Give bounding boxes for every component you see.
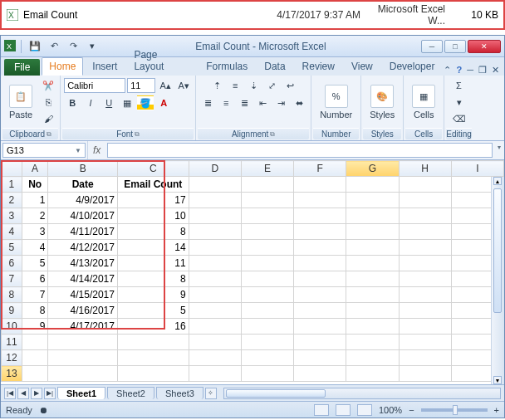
font-dialog-icon[interactable]: ⧉ [135, 130, 140, 139]
cell[interactable]: 4/11/2017 [48, 224, 118, 240]
cell[interactable] [294, 193, 346, 208]
cell[interactable] [189, 224, 241, 240]
vertical-scrollbar[interactable]: ▲ ▼ [491, 177, 504, 384]
cell[interactable] [346, 319, 399, 335]
cell[interactable]: 6 [22, 271, 48, 287]
orientation-icon[interactable]: ⤢ [263, 78, 280, 93]
increase-font-icon[interactable]: A▴ [157, 78, 174, 93]
prev-sheet-icon[interactable]: ◀ [17, 388, 29, 399]
cell[interactable] [346, 271, 399, 287]
cell[interactable] [346, 177, 399, 193]
cell[interactable] [399, 256, 451, 271]
italic-button[interactable]: I [82, 95, 99, 110]
row-header[interactable]: 2 [2, 193, 22, 208]
cell[interactable]: 4/10/2017 [48, 208, 118, 224]
cell[interactable] [294, 319, 346, 335]
next-sheet-icon[interactable]: ▶ [31, 388, 42, 399]
page-break-view-icon[interactable] [357, 404, 372, 416]
cell[interactable] [241, 287, 293, 303]
bold-button[interactable]: B [64, 95, 81, 110]
cell[interactable] [294, 208, 346, 224]
cell[interactable] [241, 256, 293, 271]
cell[interactable] [399, 240, 451, 256]
cell[interactable]: 7 [22, 287, 48, 303]
save-icon[interactable]: 💾 [27, 39, 43, 54]
undo-icon[interactable]: ↶ [46, 39, 62, 54]
col-header-G[interactable]: G [346, 161, 399, 177]
horizontal-scrollbar[interactable] [223, 388, 501, 399]
cell[interactable] [399, 287, 451, 303]
row-header[interactable]: 10 [2, 319, 22, 335]
first-sheet-icon[interactable]: |◀ [4, 388, 16, 399]
row-header[interactable]: 4 [2, 224, 22, 240]
cell[interactable]: 5 [22, 256, 48, 271]
font-size-input[interactable] [127, 78, 155, 93]
cell[interactable] [399, 319, 451, 335]
cell[interactable] [241, 208, 293, 224]
minimize-button[interactable]: ─ [421, 40, 443, 53]
workbook-close-icon[interactable]: ✕ [492, 65, 499, 76]
zoom-out-icon[interactable]: − [409, 405, 414, 415]
cell[interactable]: 4/14/2017 [48, 271, 118, 287]
cell[interactable] [189, 303, 241, 319]
cell[interactable] [346, 256, 399, 271]
workbook-minimize-icon[interactable]: ─ [467, 65, 473, 76]
cell[interactable]: 5 [117, 303, 189, 319]
cell[interactable] [399, 303, 451, 319]
tab-formulas[interactable]: Formulas [199, 57, 255, 76]
cell[interactable] [189, 271, 241, 287]
align-left-icon[interactable]: ≣ [199, 95, 216, 110]
cell[interactable]: 11 [117, 256, 189, 271]
tab-insert[interactable]: Insert [85, 57, 125, 76]
scroll-down-icon[interactable]: ▼ [493, 376, 502, 384]
row-header[interactable]: 12 [2, 350, 22, 366]
tab-page-layout[interactable]: Page Layout [126, 46, 197, 76]
cell[interactable]: 4/15/2017 [48, 287, 118, 303]
cell[interactable] [189, 240, 241, 256]
scroll-up-icon[interactable]: ▲ [493, 177, 502, 185]
close-button[interactable]: ✕ [468, 40, 501, 53]
col-header-H[interactable]: H [399, 161, 451, 177]
cell[interactable] [241, 177, 293, 193]
new-sheet-icon[interactable]: ✧ [205, 388, 217, 399]
col-header-C[interactable]: C [117, 161, 189, 177]
clear-icon[interactable]: ⌫ [451, 111, 468, 126]
cell[interactable]: 9 [117, 287, 189, 303]
cell[interactable] [399, 193, 451, 208]
cell[interactable]: 4/17/2017 [48, 319, 118, 335]
chevron-down-icon[interactable]: ▼ [75, 147, 81, 154]
fill-icon[interactable]: ▾ [451, 95, 468, 110]
row-header[interactable]: 3 [2, 208, 22, 224]
sheet-tab-3[interactable]: Sheet3 [156, 387, 203, 399]
cell[interactable]: Email Count [117, 177, 189, 193]
cell[interactable]: 8 [22, 303, 48, 319]
cell[interactable] [294, 256, 346, 271]
formula-input[interactable] [107, 143, 493, 158]
col-header-E[interactable]: E [241, 161, 293, 177]
cell[interactable] [399, 271, 451, 287]
zoom-level[interactable]: 100% [379, 405, 402, 415]
cell[interactable]: 8 [117, 271, 189, 287]
increase-indent-icon[interactable]: ⇥ [272, 95, 289, 110]
cells-button[interactable]: ▦Cells [407, 83, 440, 121]
tab-data[interactable]: Data [257, 57, 292, 76]
qat-customize-icon[interactable]: ▾ [84, 39, 101, 54]
cell[interactable] [294, 177, 346, 193]
autosum-icon[interactable]: Σ [451, 78, 468, 93]
border-button[interactable]: ▦ [119, 95, 135, 110]
row-header[interactable]: 9 [2, 303, 22, 319]
align-top-icon[interactable]: ⇡ [208, 78, 225, 93]
minimize-ribbon-icon[interactable]: ⌃ [444, 65, 451, 76]
zoom-in-icon[interactable]: + [494, 405, 499, 415]
cell[interactable]: 16 [117, 319, 189, 335]
maximize-button[interactable]: □ [444, 40, 466, 53]
align-bottom-icon[interactable]: ⇣ [245, 78, 262, 93]
font-name-input[interactable] [64, 78, 125, 93]
scrollbar-thumb[interactable] [226, 389, 326, 398]
cell[interactable] [294, 224, 346, 240]
fill-color-button[interactable]: 🪣 [137, 95, 154, 110]
tab-developer[interactable]: Developer [382, 57, 443, 76]
row-header[interactable]: 8 [2, 287, 22, 303]
font-color-button[interactable]: A [155, 95, 172, 110]
fx-label[interactable]: fx [87, 141, 105, 159]
